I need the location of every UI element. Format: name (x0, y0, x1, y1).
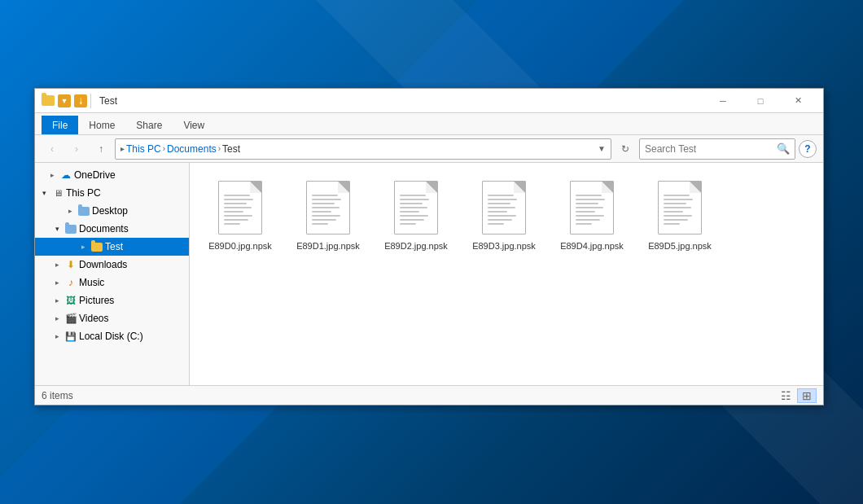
title-icon-2: ▼ (58, 94, 71, 107)
sidebar-label-local-disk: Local Disk (C:) (79, 331, 143, 342)
breadcrumb-documents[interactable]: Documents (167, 143, 217, 155)
maximize-button[interactable]: □ (742, 89, 779, 113)
tile-view-icon: ⊞ (802, 389, 812, 402)
tab-view[interactable]: View (173, 116, 215, 134)
pictures-icon: 🖼 (64, 294, 77, 307)
files-grid: E89D0.jpg.npsk (199, 173, 813, 257)
file-item-0[interactable]: E89D0.jpg.npsk (199, 173, 281, 257)
file-label-1: E89D1.jpg.npsk (296, 240, 360, 252)
refresh-button[interactable]: ↻ (615, 139, 636, 159)
up-button[interactable]: ↑ (90, 139, 112, 159)
sidebar-label-music: Music (79, 277, 104, 288)
sidebar-label-this-pc: This PC (66, 187, 101, 199)
toggle-test[interactable]: ▸ (77, 241, 89, 252)
toggle-pictures[interactable]: ▸ (51, 295, 63, 306)
breadcrumb-sep-1: › (163, 144, 165, 153)
sidebar-label-desktop: Desktop (92, 205, 128, 217)
title-bar: ▼ ⭳ Test ─ □ ✕ (35, 89, 823, 113)
sidebar-label-test: Test (105, 241, 123, 252)
forward-icon: › (75, 143, 78, 155)
sidebar-item-onedrive[interactable]: ▸ ☁ OneDrive (35, 166, 189, 184)
toggle-music[interactable]: ▸ (51, 277, 63, 288)
title-folder-icon (42, 95, 55, 106)
help-button[interactable]: ? (799, 140, 817, 158)
file-area: E89D0.jpg.npsk (190, 163, 823, 385)
title-icon-3: ⭳ (74, 94, 87, 107)
file-label-2: E89D2.jpg.npsk (384, 240, 448, 252)
pc-icon: 🖥 (51, 186, 64, 199)
sidebar-item-test[interactable]: ▸ Test (35, 238, 189, 256)
sidebar-item-this-pc[interactable]: ▾ 🖥 This PC (35, 184, 189, 202)
detail-view-icon: ☷ (781, 389, 791, 402)
forward-button[interactable]: › (66, 139, 87, 159)
toggle-onedrive[interactable]: ▸ (46, 169, 58, 181)
sidebar-item-music[interactable]: ▸ ♪ Music (35, 274, 189, 291)
breadcrumb[interactable]: ▸ This PC › Documents › Test ▼ (115, 138, 611, 160)
toggle-downloads[interactable]: ▸ (51, 259, 63, 270)
tab-home[interactable]: Home (78, 116, 125, 134)
file-label-3: E89D3.jpg.npsk (472, 240, 536, 252)
test-folder-icon (90, 240, 103, 253)
sidebar-item-desktop[interactable]: ▸ Desktop (35, 202, 189, 220)
view-buttons: ☷ ⊞ (776, 388, 817, 403)
minimize-button[interactable]: ─ (704, 89, 742, 113)
file-label-0: E89D0.jpg.npsk (208, 240, 272, 252)
search-box[interactable]: 🔍 (639, 138, 795, 160)
file-label-5: E89D5.jpg.npsk (648, 240, 712, 252)
sidebar-label-onedrive: OneDrive (74, 169, 116, 181)
back-icon: ‹ (50, 143, 54, 155)
drive-icon: 💾 (64, 330, 77, 343)
window-controls: ─ □ ✕ (704, 89, 817, 113)
file-icon-2 (392, 178, 440, 237)
breadcrumb-arrow: ▸ (120, 144, 125, 153)
breadcrumb-dropdown-arrow[interactable]: ▼ (598, 144, 606, 153)
file-icon-4 (567, 178, 616, 237)
tab-share[interactable]: Share (125, 116, 173, 134)
up-icon: ↑ (99, 143, 103, 155)
music-icon: ♪ (64, 276, 77, 289)
item-count: 6 items (42, 390, 73, 401)
breadcrumb-this-pc[interactable]: This PC (126, 143, 161, 155)
breadcrumb-sep-2: › (218, 144, 221, 153)
search-icon: 🔍 (777, 142, 790, 155)
tile-view-button[interactable]: ⊞ (797, 388, 817, 403)
sidebar-label-videos: Videos (79, 313, 108, 324)
toggle-desktop[interactable]: ▸ (64, 205, 76, 217)
explorer-window: ▼ ⭳ Test ─ □ ✕ File Home Share View ‹ › (34, 88, 824, 405)
file-icon-1 (304, 178, 353, 237)
sidebar-label-pictures: Pictures (79, 295, 114, 306)
toggle-videos[interactable]: ▸ (51, 313, 63, 324)
file-item-4[interactable]: E89D4.jpg.npsk (551, 173, 633, 257)
file-icon-5 (655, 178, 704, 237)
status-bar: 6 items ☷ ⊞ (35, 385, 823, 405)
sidebar-item-local-disk[interactable]: ▸ 💾 Local Disk (C:) (35, 327, 189, 345)
ribbon: File Home Share View (35, 113, 823, 135)
sidebar-item-downloads[interactable]: ▸ ⬇ Downloads (35, 256, 189, 274)
back-button[interactable]: ‹ (42, 139, 63, 159)
file-item-2[interactable]: E89D2.jpg.npsk (375, 173, 457, 257)
breadcrumb-test: Test (222, 143, 240, 155)
sidebar-item-pictures[interactable]: ▸ 🖼 Pictures (35, 291, 189, 309)
address-bar: ‹ › ↑ ▸ This PC › Documents › Test ▼ ↻ 🔍… (35, 135, 823, 163)
file-item-3[interactable]: E89D3.jpg.npsk (463, 173, 545, 257)
ribbon-tabs: File Home Share View (35, 113, 823, 134)
title-bar-separator (90, 94, 91, 108)
sidebar-label-documents: Documents (79, 223, 129, 234)
documents-folder-icon (64, 222, 77, 235)
close-button[interactable]: ✕ (779, 89, 817, 113)
toggle-documents[interactable]: ▾ (51, 223, 63, 234)
search-input[interactable] (645, 143, 773, 155)
file-item-5[interactable]: E89D5.jpg.npsk (639, 173, 721, 257)
tab-file[interactable]: File (42, 116, 78, 134)
sidebar-item-documents[interactable]: ▾ Documents (35, 220, 189, 238)
toggle-local-disk[interactable]: ▸ (51, 331, 63, 342)
toggle-this-pc[interactable]: ▾ (38, 187, 50, 199)
videos-icon: 🎬 (64, 312, 77, 325)
file-item-1[interactable]: E89D1.jpg.npsk (287, 173, 369, 257)
sidebar: ▸ ☁ OneDrive ▾ 🖥 This PC ▸ Des (35, 163, 190, 385)
sidebar-item-videos[interactable]: ▸ 🎬 Videos (35, 309, 189, 327)
detail-view-button[interactable]: ☷ (776, 388, 795, 403)
refresh-icon: ↻ (621, 143, 629, 155)
file-label-4: E89D4.jpg.npsk (560, 240, 624, 252)
desktop-folder-icon (77, 204, 90, 217)
